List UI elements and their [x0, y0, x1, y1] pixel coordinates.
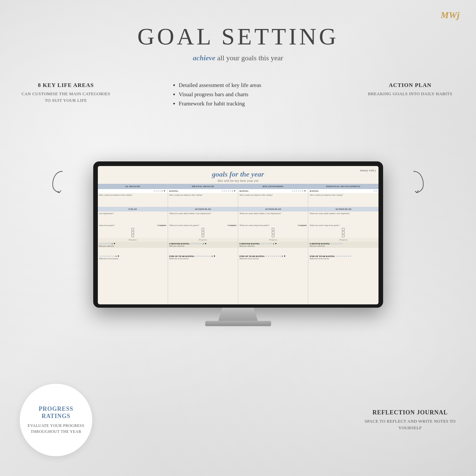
col-4-space1: [308, 197, 378, 207]
logo-text: MWj: [440, 10, 460, 20]
arrow-right-icon: [400, 168, 427, 194]
feature-right-desc: BREAKING GOALS INTO DAILY HABITS: [364, 91, 456, 97]
col-4-six-stars: ★★★★★★: [331, 242, 343, 245]
feature-left: 8 KEY LIFE AREAS CAN CUSTOMISE THE MAIN …: [20, 82, 112, 103]
col-1-complete: Complete: [157, 224, 166, 227]
col-1-longterm-label: long term goals?: [99, 224, 115, 227]
monitor-screen-wrapper: goals for the year this will be my best …: [93, 161, 383, 308]
col-1-end-label: Reflection of my journey: [99, 258, 166, 260]
col-2-action-header: ACTION PLAN: [168, 207, 238, 211]
col-4-end: END OF YEAR RATING ★★★★★★★★ Reflection o…: [308, 254, 378, 260]
col-1-progress: Progress: [98, 238, 168, 242]
col-3-end-stars: ★★★★★★★★: [266, 255, 281, 258]
page-wrapper: MWj GOAL SETTING achieve all your goals …: [0, 0, 476, 476]
feature-center: Detailed assessment of key life areas Vi…: [172, 82, 304, 110]
monitor: goals for the year this will be my best …: [93, 161, 383, 326]
col-1-end-num: 8 ▼: [116, 255, 120, 258]
col-3-improve: How could you improve this rating?: [238, 193, 308, 197]
col-2-end-prefix: END OF YEAR RATING: [169, 255, 195, 258]
col-2-header: MENTAL HEALTH: [168, 184, 238, 189]
feature-left-title: 8 KEY LIFE AREAS: [20, 82, 112, 89]
sheet-header: goals for the year this will be my best …: [98, 166, 378, 184]
col-1-end-stars: ★★★★★★★★: [99, 255, 115, 258]
col-3-six-stars: ★★★★★★: [261, 242, 272, 245]
cb7: [272, 228, 274, 231]
col-1-space1: [98, 197, 168, 207]
col-3-stars: ★★★★★: [292, 190, 301, 192]
col-1-action-header: N PLAN: [98, 207, 168, 211]
col-4: PERSONAL DEVELOPMENT RATING ★★ How could…: [308, 184, 378, 304]
col-1-six: ★★★★★★ 6 ▼ Mid year reflection: [98, 242, 168, 248]
col-4-progress: Progress: [308, 238, 378, 242]
col-1-longterm-row: long term goals? Complete: [98, 223, 168, 227]
col-4-longterm-row: What are some long term goals?: [308, 223, 378, 227]
col-1-end: ★★★★★★★★ 8 ▼ Reflection of my journey: [98, 254, 168, 260]
col-2-improve: How could you improve this rating?: [168, 193, 238, 197]
subtitle-highlight: achieve: [193, 54, 215, 62]
col-4-six: 6 MONTH RATING ★★★★★★ Mid year reflectio…: [308, 242, 378, 248]
col-2-six-label: Mid year reflection: [169, 245, 237, 247]
cb6: [202, 235, 204, 237]
col-4-space3: [308, 248, 378, 254]
monitor-screen: goals for the year this will be my best …: [98, 166, 378, 304]
col-3-checkboxes: [238, 227, 308, 238]
col-2-six: 6 MONTH RATING ★★★★★★ 6 ▼ Mid year refle…: [168, 242, 238, 248]
col-1-space3: [98, 248, 168, 254]
col-2-end-num: 8 ▼: [211, 255, 215, 258]
col-3-six-label: Mid year reflection: [239, 245, 307, 247]
col-3-longterm-label: What are some long term goals?: [239, 224, 269, 227]
col-4-six-label: Mid year reflection: [310, 245, 377, 247]
col-4-rating-label: RATING: [310, 190, 373, 192]
title-text: GOAL SETTING: [137, 23, 339, 50]
col-1-six-stars: ★★★★★★: [99, 242, 111, 245]
col-3-rating-label: RATING: [239, 190, 292, 192]
col-2-rating-label: RATING: [169, 190, 221, 192]
sheet-subtitle: this will be my best year yet: [98, 179, 378, 182]
progress-title: PROGRESSRATINGS: [39, 406, 73, 420]
col-4-rating: RATING ★★: [308, 189, 378, 193]
reflection-section: REFLECTION JOURNAL SPACE TO REFLECT AND …: [364, 409, 456, 431]
col-1-checkboxes: [98, 227, 168, 238]
col-4-end-prefix: END OF YEAR RATING: [310, 255, 335, 258]
col-3-num: 5 ▼: [302, 190, 306, 192]
bullet-1: Detailed assessment of key life areas: [179, 82, 304, 89]
col-4-checkboxes: [308, 227, 378, 238]
col-2-longterm-row: What are some long term goals? Complete: [168, 223, 238, 227]
cb3: [131, 235, 134, 237]
sheet-title: goals for the year: [98, 170, 378, 179]
col-3-complete: Complete: [298, 224, 307, 227]
col-2-six-prefix: 6 MONTH RATING: [169, 242, 190, 245]
cb4: [202, 228, 204, 231]
col-3-end-label: Reflection of my journey: [239, 258, 307, 260]
col-3-six-prefix: 6 MONTH RATING: [239, 242, 260, 245]
cb5: [202, 231, 204, 234]
col-2-space1: [168, 197, 238, 207]
col-3-space3: [238, 248, 308, 254]
col-4-stars: ★★: [373, 190, 377, 192]
features-row: 8 KEY LIFE AREAS CAN CUSTOMISE THE MAIN …: [0, 66, 476, 110]
col-3-progress: Progress: [238, 238, 308, 242]
col-2-space2: [168, 215, 238, 223]
subtitle: achieve all your goals this year: [0, 54, 476, 62]
cb12: [342, 235, 345, 237]
col-4-end-label: Reflection of my journey: [310, 258, 377, 260]
subtitle-plain: all your goals this year: [217, 54, 283, 62]
sheet-brand: money with j: [360, 169, 376, 172]
bullet-3: Framework for habit tracking: [179, 100, 304, 107]
col-1-six-num: 6 ▼: [112, 242, 116, 245]
monitor-base: [205, 321, 271, 326]
col-4-header: PERSONAL DEVELOPMENT: [308, 184, 378, 189]
bullet-2: Visual progress bars and charts: [179, 91, 304, 98]
col-2-checkboxes: [168, 227, 238, 238]
col-2-action-label: What are some daily habits I can impleme…: [168, 211, 238, 215]
col-2-end: END OF YEAR RATING ★★★★★★★★ 8 ▼ Reflecti…: [168, 254, 238, 260]
col-1-six-label: Mid year reflection: [99, 245, 166, 247]
col-1-header: AL HEALTH: [98, 184, 168, 189]
col-1: AL HEALTH ★★★★ 5 ▼ How could you improve…: [98, 184, 168, 304]
cb9: [272, 235, 274, 237]
spreadsheet: goals for the year this will be my best …: [98, 166, 378, 304]
col-4-longterm-label: What are some long term goals?: [310, 224, 340, 227]
col-2-end-stars: ★★★★★★★★: [195, 255, 211, 258]
col-3-action-header: ACTION PLAN: [238, 207, 308, 211]
monitor-stand: [218, 308, 258, 321]
